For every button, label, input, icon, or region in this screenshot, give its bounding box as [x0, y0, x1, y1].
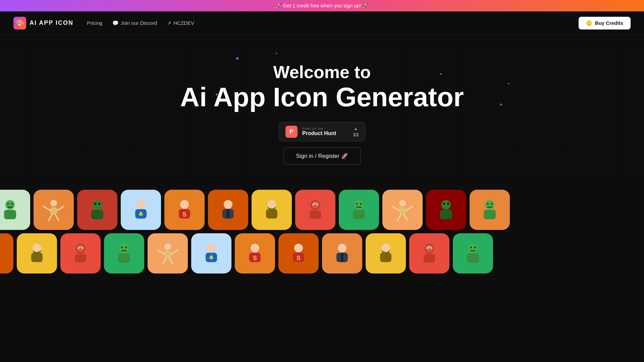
link-icon: ↗	[167, 20, 171, 26]
nav-pricing[interactable]: Pricing	[87, 20, 102, 26]
sparkle4: ✦	[439, 72, 443, 76]
ph-count: ▲ 33	[353, 126, 359, 137]
svg-point-16	[94, 203, 96, 205]
svg-point-57	[447, 203, 449, 205]
svg-point-115	[430, 247, 433, 249]
svg-rect-55	[440, 210, 452, 219]
svg-point-23	[180, 200, 189, 209]
app-icon[interactable]	[453, 233, 493, 274]
app-icon[interactable]	[0, 233, 13, 274]
app-icon[interactable]	[34, 190, 74, 230]
svg-rect-109	[380, 253, 391, 262]
ph-arrow-icon: ▲	[354, 126, 358, 131]
svg-rect-8	[50, 207, 57, 215]
app-icon[interactable]	[409, 233, 449, 274]
sparkle2: ✦	[275, 52, 278, 55]
svg-rect-116	[424, 254, 435, 262]
app-icon[interactable]	[208, 190, 248, 230]
app-icon[interactable]	[77, 190, 117, 230]
svg-point-37	[312, 203, 315, 205]
svg-rect-48	[399, 207, 406, 215]
svg-point-44	[360, 203, 362, 205]
svg-point-81	[121, 246, 123, 248]
svg-point-79	[119, 244, 129, 253]
logo[interactable]: 🎨 AI APP ICON	[13, 17, 73, 29]
app-icon[interactable]	[191, 233, 231, 274]
app-icon[interactable]	[322, 233, 362, 274]
app-icon[interactable]: S	[235, 233, 275, 274]
app-icon[interactable]	[60, 233, 101, 274]
hero-section: ✦ ✦ ✦ ✦ ✦ ✦ ✦ Welcome to Ai App Icon Gen…	[0, 35, 644, 175]
sparkle5: ✦	[507, 82, 510, 85]
svg-point-59	[485, 200, 494, 209]
svg-rect-119	[467, 253, 479, 263]
buy-credits-button[interactable]: 🪙 Buy Credits	[579, 17, 631, 29]
svg-point-96	[251, 244, 259, 252]
svg-point-54	[441, 200, 451, 209]
app-icon[interactable]	[426, 190, 466, 230]
svg-point-27	[224, 200, 232, 209]
svg-rect-70	[31, 253, 43, 262]
svg-point-1	[5, 200, 15, 209]
svg-rect-45	[356, 206, 362, 208]
svg-point-75	[77, 247, 80, 249]
sparkle1: ✦	[235, 55, 240, 62]
app-icon[interactable]	[382, 190, 423, 230]
app-icon[interactable]	[295, 190, 335, 230]
app-icon[interactable]	[17, 233, 57, 274]
signin-button[interactable]: Sign in / Register 🚀	[283, 147, 360, 165]
svg-point-7	[50, 200, 57, 206]
svg-point-17	[98, 203, 100, 205]
svg-point-118	[468, 244, 478, 253]
svg-rect-86	[164, 251, 171, 258]
svg-rect-15	[91, 210, 103, 219]
svg-point-3	[7, 203, 9, 205]
app-icon[interactable]: S	[164, 190, 205, 230]
svg-point-56	[443, 203, 445, 205]
svg-rect-29	[227, 209, 229, 219]
navbar: 🎨 AI APP ICON Pricing 💬 Join our Discord…	[0, 11, 644, 35]
svg-point-100	[294, 244, 303, 252]
ph-logo: P	[285, 126, 298, 138]
ph-text: FIND US ON Product Hunt	[302, 127, 348, 136]
app-icon[interactable]	[0, 190, 30, 230]
app-icon[interactable]	[104, 233, 144, 274]
nav-hczdev[interactable]: ↗ HCZDEV	[167, 20, 194, 26]
credits-icon: 🪙	[586, 20, 592, 26]
app-icon[interactable]: S	[278, 233, 319, 274]
app-icon[interactable]	[148, 233, 188, 274]
svg-rect-42	[353, 210, 365, 219]
app-icon[interactable]	[470, 190, 510, 230]
producthunt-badge[interactable]: P FIND US ON Product Hunt ▲ 33	[278, 122, 366, 141]
svg-text:S: S	[297, 255, 301, 261]
svg-rect-83	[121, 250, 127, 251]
nav-links: Pricing 💬 Join our Discord ↗ HCZDEV	[87, 20, 194, 26]
svg-point-104	[338, 244, 346, 252]
svg-point-92	[207, 244, 216, 252]
nav-discord[interactable]: 💬 Join our Discord	[112, 20, 157, 26]
app-icon[interactable]	[339, 190, 379, 230]
svg-point-38	[316, 203, 319, 205]
discord-icon: 💬	[112, 20, 119, 26]
svg-point-14	[93, 200, 102, 209]
svg-point-4	[11, 203, 13, 205]
svg-rect-63	[487, 206, 492, 208]
svg-point-19	[137, 200, 145, 209]
svg-rect-64	[0, 240, 7, 267]
svg-point-61	[487, 203, 489, 205]
icons-section: S	[0, 188, 644, 275]
sparkle7: ✦	[499, 102, 503, 107]
svg-rect-39	[310, 210, 321, 219]
svg-point-114	[426, 247, 429, 249]
svg-rect-5	[7, 206, 13, 208]
app-icon[interactable]	[366, 233, 406, 274]
app-icon[interactable]	[252, 190, 292, 230]
icons-row-2: S S	[0, 232, 644, 275]
svg-text:S: S	[182, 211, 186, 218]
svg-point-62	[491, 203, 493, 205]
svg-point-85	[164, 243, 171, 250]
svg-text:S: S	[253, 255, 257, 261]
svg-rect-80	[118, 253, 130, 263]
app-icon[interactable]	[121, 190, 161, 230]
icons-row-1: S	[0, 188, 644, 232]
